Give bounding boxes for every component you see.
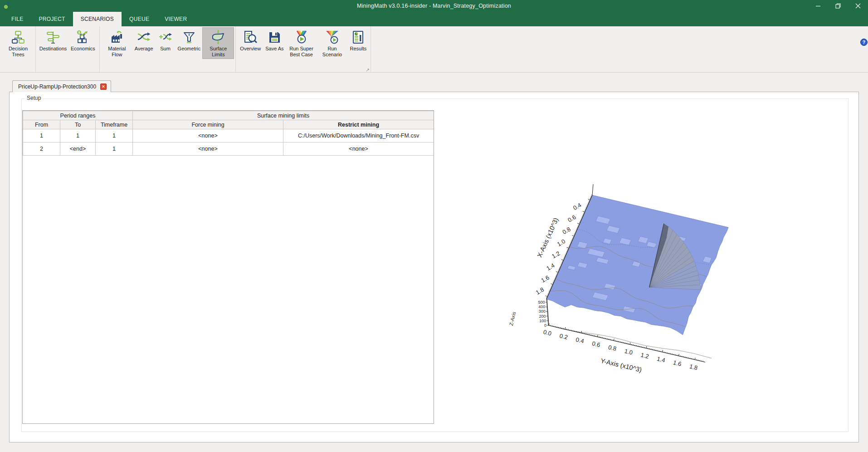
- cell-to[interactable]: 1: [60, 129, 96, 142]
- ribbon-button-surface-limits[interactable]: Surface Limits: [203, 28, 234, 59]
- restore-icon: [835, 3, 841, 9]
- ribbon-button-save-as[interactable]: Save As: [263, 28, 286, 53]
- svg-text:500: 500: [538, 300, 545, 305]
- ribbon-group-decision-trees: Decision Trees: [1, 26, 36, 72]
- svg-text:1.4: 1.4: [656, 355, 666, 364]
- ribbon-button-decision-trees[interactable]: Decision Trees: [3, 28, 34, 59]
- svg-text:0: 0: [544, 323, 546, 328]
- window-title: MiningMath v3.0.16-insider - Marvin_Stra…: [0, 3, 868, 9]
- svg-text:200: 200: [539, 314, 546, 319]
- surface-plot-3d-viewport[interactable]: 0.40.60.81.01.21.41.61.8X-Axis (x10^3)0.…: [434, 92, 856, 410]
- ribbon-button-material-flow[interactable]: Material Flow: [102, 28, 132, 59]
- period-ranges-table-panel: Period ranges Surface mining limits From…: [22, 110, 434, 424]
- column-header-to: To: [60, 120, 96, 129]
- svg-text:0.8: 0.8: [608, 344, 617, 352]
- restore-button[interactable]: [828, 0, 848, 12]
- ribbon-button-label: Destinations: [39, 46, 67, 52]
- results-icon: [351, 29, 366, 45]
- svg-text:0.2: 0.2: [559, 332, 568, 341]
- ribbon-button-label: Sum: [160, 46, 171, 52]
- app-logo-icon: [3, 1, 12, 10]
- sum-icon: [158, 29, 173, 45]
- svg-text:1.2: 1.2: [551, 250, 561, 260]
- svg-text:1.6: 1.6: [540, 274, 551, 284]
- minimize-icon: [815, 3, 821, 9]
- ribbon-button-run-scenario[interactable]: Run Scenario: [317, 28, 348, 59]
- content-area: PriceUp-RampUp-Protection300 ✕ Setup Per…: [0, 73, 868, 452]
- menu-tab-queue[interactable]: QUEUE: [122, 12, 157, 26]
- cell-timeframe[interactable]: 1: [96, 129, 133, 142]
- document-tab[interactable]: PriceUp-RampUp-Protection300 ✕: [12, 80, 111, 92]
- svg-text:400: 400: [538, 305, 545, 309]
- ribbon-button-economics[interactable]: $ Economics: [68, 28, 98, 53]
- svg-text:0.6: 0.6: [591, 340, 601, 349]
- svg-text:0.8: 0.8: [561, 226, 572, 236]
- svg-text:Y-Axis (x10^3): Y-Axis (x10^3): [600, 357, 643, 373]
- surface-limits-icon: [210, 29, 226, 45]
- ribbon-button-geometric[interactable]: Geometric: [176, 28, 203, 53]
- run-scenario-icon: [325, 29, 340, 45]
- menubar: FILE PROJECT SCENARIOS QUEUE VIEWER: [0, 12, 868, 26]
- cell-timeframe[interactable]: 1: [96, 142, 133, 156]
- ribbon-button-label: Run Super Best Case: [288, 46, 315, 58]
- help-button[interactable]: ?: [860, 39, 868, 46]
- document-tab-label: PriceUp-RampUp-Protection300: [18, 84, 96, 90]
- svg-text:100: 100: [539, 319, 546, 323]
- actions-dialog-launcher-icon[interactable]: [366, 68, 370, 72]
- cell-from[interactable]: 1: [23, 129, 60, 142]
- svg-text:1.4: 1.4: [545, 262, 556, 272]
- ribbon-button-overview[interactable]: Overview: [238, 28, 263, 53]
- ribbon-button-label: Average: [135, 46, 153, 52]
- svg-text:0.4: 0.4: [575, 336, 585, 345]
- menu-tab-viewer[interactable]: VIEWER: [157, 12, 195, 26]
- geometric-icon: [181, 29, 197, 45]
- cell-force-mining[interactable]: <none>: [133, 142, 283, 156]
- menu-tab-file[interactable]: FILE: [4, 12, 31, 26]
- destinations-icon: [45, 29, 61, 45]
- svg-text:1.0: 1.0: [556, 238, 566, 248]
- svg-text:300: 300: [539, 309, 546, 314]
- ribbon-button-label: Results: [350, 46, 367, 52]
- close-icon: [855, 3, 861, 9]
- ribbon-button-label: Surface Limits: [205, 46, 231, 58]
- svg-text:Z-Axis: Z-Axis: [508, 311, 517, 326]
- ribbon-button-label: Decision Trees: [5, 46, 31, 58]
- save-as-icon: [267, 29, 282, 45]
- ribbon-button-average[interactable]: Average: [132, 28, 156, 53]
- ribbon-button-label: Run Scenario: [319, 46, 346, 58]
- ribbon-button-label: Geometric: [178, 46, 201, 52]
- column-header-from: From: [23, 120, 60, 129]
- ribbon-button-label: Overview: [240, 46, 261, 52]
- ribbon-button-destinations[interactable]: Destinations: [38, 28, 68, 53]
- ribbon-group-constraints: Material Flow Average Sum: [100, 26, 236, 72]
- cell-restrict-mining[interactable]: C:/Users/Work/Downloads/Mining_Front-FM.…: [283, 129, 434, 142]
- column-header-timeframe: Timeframe: [96, 120, 133, 129]
- ribbon-group-actions: Overview Save As Run Su: [236, 26, 371, 72]
- menu-tab-scenarios[interactable]: SCENARIOS: [73, 12, 122, 26]
- titlebar: MiningMath v3.0.16-insider - Marvin_Stra…: [0, 0, 868, 12]
- cell-force-mining[interactable]: <none>: [133, 129, 283, 142]
- svg-text:1.8: 1.8: [535, 286, 545, 296]
- column-group-surface-mining-limits: Surface mining limits: [133, 111, 434, 120]
- average-icon: [136, 29, 151, 45]
- ribbon-button-sum[interactable]: Sum: [156, 28, 176, 53]
- column-header-restrict-mining: Restrict mining: [283, 120, 434, 129]
- decision-trees-icon: [10, 29, 26, 45]
- document-tab-close-icon[interactable]: ✕: [100, 84, 107, 90]
- economics-icon: $: [75, 29, 91, 45]
- svg-text:1.0: 1.0: [624, 348, 634, 356]
- minimize-button[interactable]: [808, 0, 828, 12]
- close-button[interactable]: [848, 0, 868, 12]
- material-flow-icon: [109, 29, 125, 45]
- ribbon-button-results[interactable]: Results: [348, 28, 369, 53]
- svg-text:0.4: 0.4: [572, 201, 582, 211]
- cell-from[interactable]: 2: [23, 142, 60, 156]
- cell-restrict-mining[interactable]: <none>: [283, 142, 434, 156]
- menu-tab-project[interactable]: PROJECT: [31, 12, 73, 26]
- setup-panel: Setup Period ranges Surface mining limit…: [9, 92, 859, 442]
- ribbon: Decision Trees Destinations $: [0, 26, 868, 73]
- cell-to[interactable]: <end>: [60, 142, 96, 156]
- ribbon-button-label: Economics: [71, 46, 95, 52]
- ribbon-button-run-super-best-case[interactable]: Run Super Best Case: [286, 28, 317, 59]
- setup-table: Period ranges Surface mining limits From…: [23, 111, 434, 156]
